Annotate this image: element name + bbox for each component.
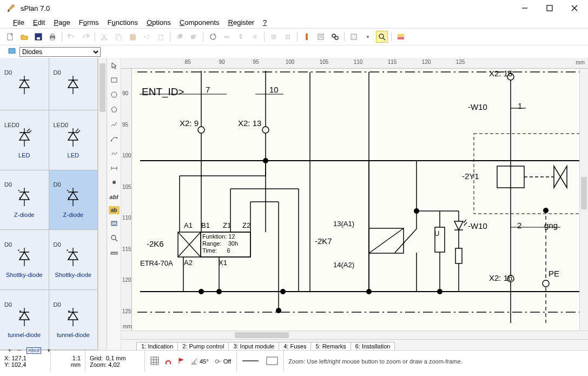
tool-measure-icon[interactable] <box>108 247 120 258</box>
tb-logo-icon[interactable] <box>395 31 407 43</box>
status-snap-icon[interactable] <box>164 357 172 366</box>
label-a1: A1 <box>184 221 193 229</box>
tool-poly-icon[interactable] <box>108 104 120 115</box>
tb-group-icon[interactable]: ⊞ <box>268 31 280 43</box>
svg-rect-15 <box>131 34 134 35</box>
tb-paste-icon[interactable] <box>127 31 138 43</box>
palette-item-diode[interactable]: D0 <box>0 58 49 110</box>
label-2k6: -2K6 <box>147 239 164 248</box>
tb-components-icon[interactable] <box>301 31 313 43</box>
palette-dropdown-icon[interactable]: ▼ <box>47 348 51 353</box>
window-minimize[interactable] <box>512 1 537 16</box>
tool-text-icon[interactable]: abI <box>108 192 120 202</box>
status-flag-icon[interactable] <box>177 357 185 366</box>
label-13a1: 13(A1) <box>333 220 354 228</box>
menu-page[interactable]: Page <box>50 18 73 27</box>
palette-item-Z-diode[interactable]: D0 Z-diode <box>0 170 49 230</box>
page-tab-4[interactable]: 5: Remarks <box>310 342 351 350</box>
tb-search-icon[interactable] <box>329 31 341 43</box>
palette-remove-icon[interactable]: − <box>17 346 22 354</box>
tb-zoom-icon[interactable] <box>376 31 388 43</box>
tool-free-icon[interactable] <box>108 148 120 159</box>
tb-back-icon[interactable] <box>188 31 200 43</box>
tool-line-icon[interactable] <box>108 118 120 129</box>
tb-grid-icon[interactable] <box>348 31 360 43</box>
tool-node-icon[interactable] <box>108 177 120 188</box>
tb-new-icon[interactable] <box>4 31 16 43</box>
tb-front-icon[interactable] <box>174 31 186 43</box>
label-2y1: -2Y1 <box>462 171 479 181</box>
tool-circle-icon[interactable] <box>108 89 120 100</box>
palette-item-LED[interactable]: LED0 LED <box>0 110 49 170</box>
svg-rect-36 <box>398 34 404 36</box>
tb-list-icon[interactable] <box>315 31 327 43</box>
menu-file[interactable]: File <box>10 18 28 27</box>
svg-point-31 <box>354 35 355 36</box>
status-fillstyle-icon[interactable] <box>266 357 278 366</box>
status-grid-icon[interactable] <box>150 357 159 366</box>
window-maximize[interactable] <box>537 1 562 16</box>
status-unit: mm <box>55 361 81 368</box>
category-select[interactable]: Diodes <box>19 47 101 57</box>
tb-redo-icon[interactable] <box>80 31 91 43</box>
tb-mirror-v-icon[interactable]: ⇕ <box>235 31 247 43</box>
palette-scrollbar[interactable] <box>98 58 107 350</box>
menu-components[interactable]: Components <box>176 18 223 27</box>
tool-pointer-icon[interactable] <box>108 60 120 71</box>
tb-print-icon[interactable] <box>47 31 58 43</box>
menu-forms[interactable]: Forms <box>76 18 102 27</box>
palette-item-tunnel-diode[interactable]: D0 tunnel-diode <box>49 290 98 350</box>
left-toolbar: abI ab <box>107 58 121 350</box>
menu-options[interactable]: Options <box>143 18 174 27</box>
status-angle-icon[interactable]: 45° <box>190 358 209 365</box>
tb-undo-icon[interactable] <box>65 31 77 43</box>
svg-rect-19 <box>179 34 182 38</box>
menu-help[interactable]: ? <box>260 18 270 27</box>
status-linewidth-icon[interactable] <box>242 358 259 365</box>
label-ent-id: ENT_ID> <box>142 86 184 98</box>
tb-dropdown-icon[interactable]: ▼ <box>362 31 374 43</box>
palette-label-icon[interactable]: Abcd <box>27 347 41 354</box>
page-tab-2[interactable]: 3: Input module <box>228 342 279 350</box>
tb-mirror-h-icon[interactable]: ⇔ <box>221 31 233 43</box>
drawing-canvas[interactable]: ENT_ID> 7 10 X2: 9 X2: 13 X2: 15 X2: 16 … <box>132 69 579 331</box>
palette-item-diode[interactable]: D0 <box>49 58 98 110</box>
tb-delete-icon[interactable] <box>155 31 167 43</box>
tool-image-icon[interactable] <box>108 218 120 229</box>
tb-cut-icon[interactable] <box>98 31 110 43</box>
canvas-scrollbar-v[interactable] <box>579 69 588 331</box>
tool-magnify-icon[interactable] <box>108 233 120 243</box>
menu-register[interactable]: Register <box>225 18 257 27</box>
palette-item-tunnel-diode[interactable]: D0 tunnel-diode <box>0 290 49 350</box>
tb-rotate-icon[interactable] <box>207 31 219 43</box>
ruler-horizontal: mm859095100105110115120125 <box>121 58 588 69</box>
tb-open-icon[interactable] <box>18 31 30 43</box>
tool-textbox-icon[interactable]: ab <box>109 206 120 214</box>
page-tab-3[interactable]: 4: Fuses <box>279 342 311 350</box>
palette-item-Shottky-diode[interactable]: D0 Shottky-diode <box>0 230 49 290</box>
tb-save-icon[interactable] <box>32 31 44 43</box>
tool-rect-icon[interactable] <box>108 75 120 85</box>
tb-dup-icon[interactable]: ×2 <box>141 31 153 43</box>
menu-functions[interactable]: Functions <box>104 18 141 27</box>
svg-point-97 <box>199 289 204 294</box>
page-tab-5[interactable]: 6: Installation <box>351 342 395 350</box>
tool-dimension-icon[interactable] <box>108 162 120 173</box>
tb-align-icon[interactable]: ≡ <box>249 31 261 43</box>
palette-item-Z-diode[interactable]: D0 Z-diode <box>49 170 98 230</box>
status-rubber-icon[interactable]: Off <box>214 358 231 365</box>
page-tab-0[interactable]: 1: Indication <box>136 342 178 350</box>
page-tab-1[interactable]: 2: Pump control <box>177 342 229 350</box>
menu-edit[interactable]: Edit <box>30 18 48 27</box>
label-x2-9: X2: 9 <box>180 118 199 128</box>
category-bar: Diodes <box>0 45 588 58</box>
tb-copy-icon[interactable] <box>113 31 124 43</box>
tb-ungroup-icon[interactable]: ⊟ <box>282 31 294 43</box>
palette-add-icon[interactable]: + <box>8 346 12 354</box>
window-close[interactable] <box>562 1 587 16</box>
tool-bezier-icon[interactable] <box>108 133 120 144</box>
palette-item-LED[interactable]: LED0 LED <box>49 110 98 170</box>
canvas-scrollbar-h[interactable] <box>121 331 588 339</box>
label-14a2: 14(A2) <box>333 261 354 269</box>
palette-item-Shottky-diode[interactable]: D0 Shottky-diode <box>49 230 98 290</box>
